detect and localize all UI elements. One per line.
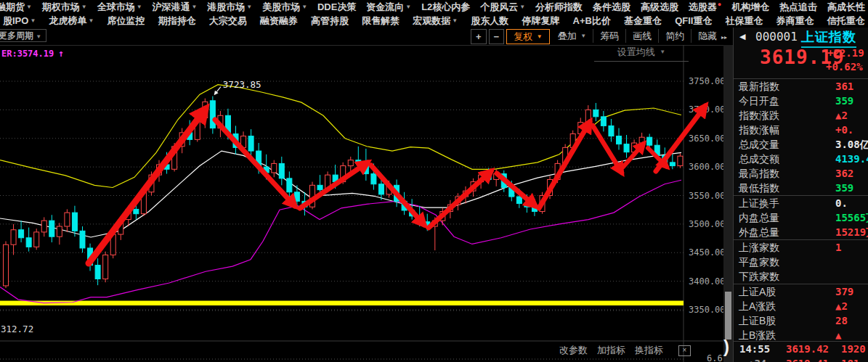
candle: [294, 192, 299, 202]
y-axis-label: 3350.00: [689, 305, 723, 315]
sub-axis-value: 6.67: [707, 353, 723, 362]
kline-chart-area[interactable]: 3750.003700.003650.003600.003550.003500.…: [0, 45, 723, 362]
menu1-item-8[interactable]: L2核心内参: [421, 1, 470, 14]
menu1-item-5[interactable]: 美股市场▼: [262, 1, 307, 14]
trend-arrow[interactable]: [371, 165, 424, 225]
quote-row-value: +0.: [835, 124, 853, 136]
menu1-item-9[interactable]: 个股风云▼: [480, 1, 525, 14]
menu2-item-10[interactable]: 停牌复牌: [522, 15, 559, 28]
trend-arrow[interactable]: [215, 120, 295, 206]
hide-button[interactable]: 隐藏 ▸▸: [691, 29, 734, 43]
trend-arrow[interactable]: [497, 173, 535, 206]
menu1-item-3[interactable]: 沪深港通▼: [152, 1, 197, 14]
menu2-item-3[interactable]: 期指持仓: [158, 15, 196, 28]
change-params-button[interactable]: 改参数: [559, 344, 588, 357]
menu1-item-14[interactable]: 机构增仓: [731, 1, 769, 14]
chip-distribution-button[interactable]: 筹码: [593, 29, 626, 43]
menu2-item-14[interactable]: 社保重仓: [726, 15, 763, 28]
y-axis-label: 3550.00: [689, 191, 723, 201]
candle: [80, 231, 85, 248]
candle: [41, 221, 46, 232]
tick-volume: 1920: [841, 343, 866, 355]
candlestick-chart[interactable]: 3750.003700.003650.003600.003550.003500.…: [0, 45, 723, 362]
quote-row-value: ▲2: [835, 110, 848, 121]
quote-row-label: 上涨家数: [739, 242, 779, 255]
candle: [524, 204, 530, 207]
menu1-item-4[interactable]: 港股市场▼: [207, 1, 252, 14]
candle: [356, 160, 361, 164]
chevron-down-icon: ▼: [26, 4, 32, 10]
trend-arrow[interactable]: [593, 126, 622, 173]
boll-lower-label: ER:3574.19↑: [1, 48, 64, 59]
overlay-button[interactable]: 叠加 ▼: [551, 29, 594, 43]
add-indicator-button[interactable]: 加指标: [597, 344, 625, 357]
quote-row: 上B涨跌▲: [734, 328, 868, 342]
menu1-item-1[interactable]: 期权市场▼: [42, 1, 87, 14]
quote-row: 总成交量3.08亿: [734, 137, 868, 152]
menu2-item-11[interactable]: A+B比价: [573, 15, 611, 28]
menu2-item-16[interactable]: 信托重仓: [827, 15, 865, 28]
menu-bar: 融期货▼期权市场▼全球市场▼沪深港通▼港股市场▼美股市场▼DDE决策资金流向▼L…: [0, 0, 868, 28]
quote-panel: ◀ 000001 上证指数 3619.19 +22.19 +0.62% 最新指数…: [733, 28, 868, 362]
quote-row-label: 指数涨幅: [739, 124, 779, 137]
menu1-item-7[interactable]: 资金流向▼: [366, 1, 411, 14]
trend-arrow[interactable]: [429, 171, 491, 228]
support-trendline[interactable]: [0, 301, 684, 306]
menu2-item-5[interactable]: 融资融券: [260, 15, 298, 28]
y-axis-label: 3400.00: [689, 276, 723, 287]
chevron-down-icon: ▼: [537, 33, 543, 40]
quote-row-value: 0.: [835, 197, 848, 209]
quote-row-value: ▲2: [835, 300, 848, 312]
close-icon[interactable]: ×: [678, 345, 691, 356]
tick-list[interactable]: 14:553619.421920:343619.41181: [734, 341, 868, 362]
menu1-item-15[interactable]: 热点追击: [779, 1, 817, 14]
tick-price: 3619.42: [786, 343, 829, 355]
back-arrow-icon[interactable]: ◀: [739, 32, 745, 41]
menu1-item-11[interactable]: 条件选股: [593, 1, 630, 14]
menu1-item-2[interactable]: 全球市场▼: [97, 1, 142, 14]
panel-collapse-handle[interactable]: ): [723, 337, 729, 357]
quote-row: 内盘总量15565万: [734, 210, 868, 225]
draw-line-button[interactable]: 画线: [626, 29, 659, 43]
menu2-item-4[interactable]: 大宗交易: [209, 15, 247, 28]
quote-row-value: 4139.48亿: [835, 153, 868, 166]
zoom-in-button[interactable]: +: [471, 29, 487, 44]
ma-settings-button[interactable]: 设置均线 ▼: [594, 46, 689, 62]
more-periods-button[interactable]: 更多周期 ▼: [0, 29, 46, 42]
menu2-item-13[interactable]: QFII重仓: [675, 15, 712, 28]
menu1-item-12[interactable]: 高级选股: [641, 1, 678, 14]
menu2-item-7[interactable]: 限售解禁: [362, 15, 399, 28]
switch-indicator-button[interactable]: 换指标: [635, 344, 663, 357]
quote-row-label: 上证换手: [739, 197, 779, 210]
menu1-item-16[interactable]: 高成长性: [827, 1, 865, 14]
tick-time: 14:55: [739, 343, 770, 355]
menu2-item-15[interactable]: 券商重仓: [776, 15, 814, 28]
menu1-item-13[interactable]: 选股器●: [689, 1, 721, 14]
zoom-out-button[interactable]: −: [489, 29, 505, 44]
stock-name[interactable]: 上证指数: [801, 28, 856, 48]
candle: [601, 117, 606, 126]
simple-mode-button[interactable]: 简约: [659, 29, 691, 43]
chevron-down-icon: ▼: [191, 4, 197, 10]
quote-row: 外盘总量15219万: [734, 225, 868, 239]
menu2-item-12[interactable]: 基金重仓: [624, 15, 662, 28]
menu1-item-6[interactable]: DDE决策: [317, 1, 356, 14]
quote-row-value: 361: [835, 81, 853, 92]
trend-arrow[interactable]: [89, 109, 206, 263]
menu-row-1: 融期货▼期权市场▼全球市场▼沪深港通▼港股市场▼美股市场▼DDE决策资金流向▼L…: [0, 0, 868, 14]
menu2-item-1[interactable]: 龙虎榜单▼: [49, 15, 94, 28]
menu2-item-2[interactable]: 席位监控: [108, 15, 145, 28]
menu2-item-8[interactable]: 宏观数据▼: [413, 15, 458, 28]
menu1-item-10[interactable]: 分析师指数: [535, 1, 583, 14]
quote-row-label: 指数涨跌: [739, 110, 779, 123]
menu2-item-0[interactable]: 股IPO▼: [3, 15, 36, 28]
quote-row: 上涨家数1: [734, 239, 868, 255]
menu2-item-6[interactable]: 高管持股: [311, 15, 349, 28]
adjust-price-button[interactable]: 复权 ▼: [506, 29, 550, 44]
vertical-scrollbar[interactable]: ): [723, 45, 733, 362]
menu1-item-0[interactable]: 融期货▼: [0, 1, 32, 14]
notification-dot-icon: ●: [718, 1, 721, 8]
quote-row: 今日开盘359: [734, 94, 868, 108]
scrollbar-thumb[interactable]: [725, 292, 731, 340]
menu2-item-9[interactable]: 股东人数: [471, 15, 508, 28]
